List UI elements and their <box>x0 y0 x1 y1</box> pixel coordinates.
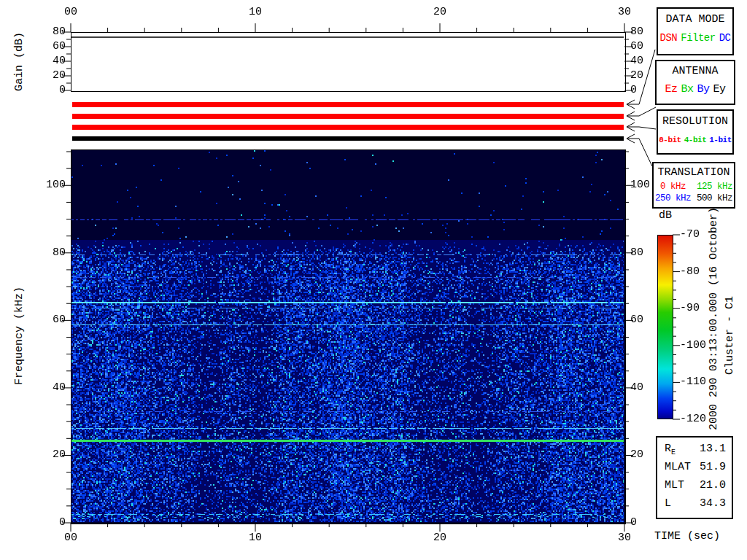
freq-axis-tick-label-right: 0 <box>630 516 659 529</box>
translation-panel-title: TRANSLATION <box>654 166 734 179</box>
antenna-option-ez: Ez <box>665 83 677 96</box>
gain-axis-tick-label: 0 <box>23 84 66 97</box>
colorbar-tick-label: -100 <box>680 339 718 352</box>
colorbar-tick-label: -70 <box>680 228 718 241</box>
antenna-panel-title: ANTENNA <box>657 65 734 77</box>
gain-axis-tick-label-right: 0 <box>630 84 659 97</box>
ephemeris-row-mlat: MLAT51.9 <box>657 461 732 479</box>
antenna-panel: ANTENNA EzBxByEy <box>655 60 735 105</box>
gain-axis-tick-label-right: 40 <box>630 55 659 68</box>
freq-axis-tick-label: 40 <box>23 381 66 394</box>
data-mode-panel-title: DATA MODE <box>658 13 732 26</box>
resolution-panel: RESOLUTION 8-bit4-bit1-bit <box>657 109 734 155</box>
freq-axis-tick-label: 80 <box>23 246 66 260</box>
data-mode-option-filter: Filter <box>681 32 715 44</box>
ephemeris-value: 51.9 <box>700 461 726 473</box>
top-axis-tick-label: 00 <box>56 6 85 19</box>
gain-axis-tick-label: 20 <box>23 69 66 82</box>
gain-plot <box>71 32 626 92</box>
colorbar-tick-label: -90 <box>680 302 718 315</box>
data-mode-panel: DATA MODE DSNFilterDC <box>657 7 734 55</box>
ephemeris-value: 34.3 <box>700 497 726 510</box>
spectrogram-canvas <box>71 150 624 522</box>
data-mode-options: DSNFilterDC <box>658 32 732 44</box>
spacecraft-annotation: Cluster - C1 <box>724 296 738 375</box>
colorbar <box>657 235 673 419</box>
freq-axis-tick-label-right: 100 <box>630 179 659 192</box>
top-axis-tick-label: 30 <box>610 6 639 19</box>
antenna-option-ey: Ey <box>713 83 726 96</box>
resolution-panel-title: RESOLUTION <box>658 115 732 128</box>
translation-option-500khz: 500 kHz <box>697 193 732 203</box>
status-bar-antenna <box>72 114 624 119</box>
ephemeris-panel: RE13.1MLAT51.9MLT21.0L34.3 <box>656 436 733 519</box>
ephemeris-label: L <box>665 497 671 510</box>
translation-option-0khz: 0 kHz <box>660 182 686 192</box>
antenna-option-by: By <box>697 83 710 96</box>
ephemeris-row-r: RE13.1 <box>657 443 732 461</box>
colorbar-tick-label: -80 <box>680 265 718 279</box>
gain-axis-tick-label: 40 <box>23 55 66 68</box>
spectrogram-plot <box>71 149 626 524</box>
data-mode-option-dsn: DSN <box>660 32 678 44</box>
freq-axis-tick-label: 60 <box>23 314 66 327</box>
colorbar-title: dB <box>659 209 672 222</box>
status-bar-data-mode <box>72 102 624 107</box>
freq-axis-tick-label-right: 80 <box>630 246 659 260</box>
time-axis-title: TIME (sec) <box>654 530 720 542</box>
translation-option-125khz: 125 kHz <box>697 182 732 192</box>
resolution-option-8-bit: 8-bit <box>659 136 681 144</box>
antenna-options: EzBxByEy <box>657 83 734 96</box>
freq-axis-tick-label: 0 <box>23 516 66 529</box>
freq-axis-tick-label-right: 20 <box>630 448 659 462</box>
gain-axis-tick-label-right: 80 <box>630 26 659 39</box>
freq-axis-tick-label-right: 60 <box>630 314 659 327</box>
time-axis-tick-label: 30 <box>610 532 639 545</box>
top-axis-tick-label: 10 <box>241 6 270 19</box>
gain-axis-tick-label-right: 20 <box>630 69 659 82</box>
ephemeris-value: 13.1 <box>700 443 726 455</box>
freq-axis-tick-label: 100 <box>23 179 66 192</box>
ephemeris-row-mlt: MLT21.0 <box>657 479 732 497</box>
resolution-option-4-bit: 4-bit <box>684 136 707 144</box>
time-axis-tick-label: 10 <box>241 532 270 545</box>
ephemeris-label: MLT <box>665 479 684 491</box>
translation-panel: TRANSLATION 0 kHz125 kHz250 kHz500 kHz <box>652 162 735 209</box>
data-mode-option-dc: DC <box>719 32 731 44</box>
translation-option-250khz: 250 kHz <box>655 193 691 203</box>
ephemeris-value: 21.0 <box>700 479 726 491</box>
gain-axis-tick-label: 60 <box>23 40 66 53</box>
frequency-axis-title: Frequency (kHz) <box>13 287 29 385</box>
gain-axis-tick-label: 80 <box>23 26 66 39</box>
antenna-option-bx: Bx <box>681 83 693 96</box>
freq-axis-tick-label: 20 <box>23 448 66 462</box>
time-axis-tick-label: 00 <box>56 532 85 545</box>
colorbar-tick-label: -110 <box>680 376 718 389</box>
colorbar-tick-label: -120 <box>680 413 718 426</box>
gain-axis-tick-label-right: 60 <box>630 40 659 53</box>
translation-options: 0 kHz125 kHz250 kHz500 kHz <box>654 182 734 203</box>
freq-axis-tick-label-right: 40 <box>630 381 659 394</box>
datetime-annotation: 2000 290 03:13:00.000 (16 October) <box>708 210 722 430</box>
ephemeris-label: MLAT <box>665 461 691 473</box>
resolution-option-1-bit: 1-bit <box>709 136 732 144</box>
status-bar-resolution <box>72 125 624 130</box>
status-bar-translation <box>72 136 624 141</box>
resolution-options: 8-bit4-bit1-bit <box>658 136 732 144</box>
top-axis-tick-label: 20 <box>425 6 454 19</box>
wbd-display-window: Gain (dB) Frequency (kHz) dB 2000 290 03… <box>0 0 747 560</box>
ephemeris-label: RE <box>665 443 676 456</box>
ephemeris-row-l: L34.3 <box>657 497 732 516</box>
time-axis-tick-label: 20 <box>425 532 454 545</box>
